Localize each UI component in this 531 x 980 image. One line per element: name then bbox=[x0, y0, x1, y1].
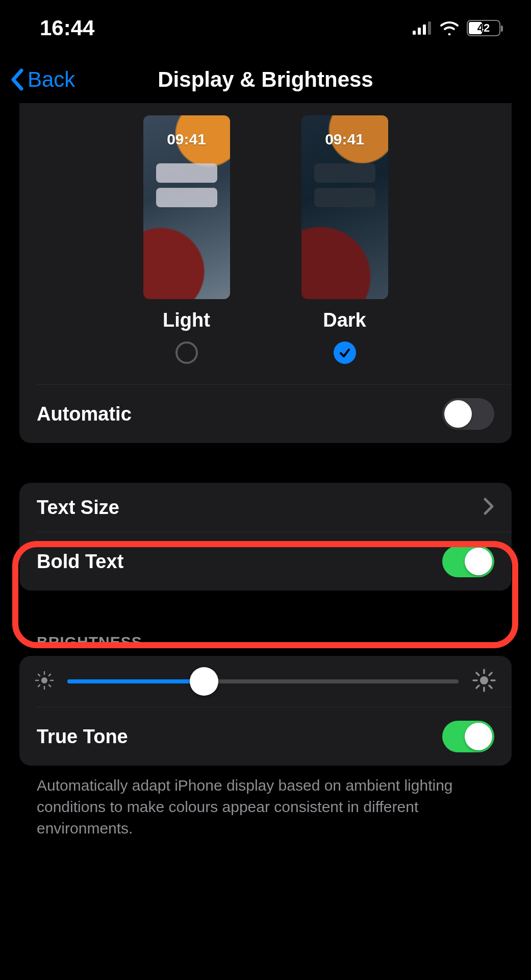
dark-preview: 09:41 bbox=[301, 115, 388, 299]
true-tone-toggle[interactable] bbox=[442, 721, 494, 752]
dark-radio[interactable] bbox=[334, 341, 356, 364]
svg-rect-2 bbox=[423, 24, 426, 35]
true-tone-row[interactable]: True Tone bbox=[19, 707, 512, 766]
appearance-options: 09:41 Light 09:41 bbox=[19, 103, 512, 384]
light-widgets bbox=[156, 163, 217, 207]
back-label: Back bbox=[28, 67, 75, 92]
svg-point-4 bbox=[41, 677, 47, 683]
svg-line-18 bbox=[476, 673, 479, 675]
svg-line-10 bbox=[49, 685, 50, 687]
svg-point-13 bbox=[480, 676, 488, 684]
appearance-option-light[interactable]: 09:41 Light bbox=[143, 115, 230, 364]
automatic-row[interactable]: Automatic bbox=[19, 385, 512, 443]
svg-line-9 bbox=[38, 674, 40, 676]
svg-line-19 bbox=[489, 685, 492, 688]
brightness-card: True Tone bbox=[19, 656, 512, 766]
text-size-row[interactable]: Text Size bbox=[19, 483, 512, 532]
svg-line-11 bbox=[49, 674, 50, 676]
chevron-right-icon bbox=[483, 497, 494, 518]
appearance-card: 09:41 Light 09:41 bbox=[19, 103, 512, 443]
chevron-left-icon bbox=[9, 68, 24, 91]
dark-widgets bbox=[314, 163, 375, 207]
status-indicators: 42 bbox=[413, 20, 500, 36]
battery-icon: 42 bbox=[467, 20, 500, 36]
text-size-label: Text Size bbox=[37, 497, 119, 519]
svg-line-20 bbox=[489, 673, 492, 675]
bold-text-toggle[interactable] bbox=[442, 546, 494, 577]
svg-line-12 bbox=[38, 685, 40, 687]
true-tone-label: True Tone bbox=[37, 726, 128, 748]
status-bar: 16:44 42 bbox=[0, 0, 531, 56]
svg-rect-0 bbox=[413, 31, 416, 35]
preview-time: 09:41 bbox=[167, 131, 206, 148]
light-label: Light bbox=[163, 309, 210, 331]
brightness-slider-row bbox=[19, 656, 512, 707]
sun-small-icon bbox=[35, 671, 54, 692]
bold-text-row[interactable]: Bold Text bbox=[19, 532, 512, 591]
bold-text-label: Bold Text bbox=[37, 551, 123, 573]
true-tone-footer: Automatically adapt iPhone display based… bbox=[19, 766, 512, 839]
page-title: Display & Brightness bbox=[158, 67, 373, 92]
dark-label: Dark bbox=[323, 309, 366, 331]
automatic-toggle[interactable] bbox=[442, 398, 494, 430]
slider-thumb[interactable] bbox=[190, 667, 218, 696]
cellular-icon bbox=[413, 21, 432, 35]
light-radio[interactable] bbox=[175, 341, 198, 364]
battery-percent: 42 bbox=[477, 21, 490, 35]
text-card: Text Size Bold Text bbox=[19, 483, 512, 591]
light-preview: 09:41 bbox=[143, 115, 230, 299]
brightness-header: BRIGHTNESS bbox=[19, 623, 512, 656]
appearance-option-dark[interactable]: 09:41 Dark bbox=[301, 115, 388, 364]
preview-time: 09:41 bbox=[325, 131, 364, 148]
sun-large-icon bbox=[472, 668, 496, 695]
nav-bar: Back Display & Brightness bbox=[0, 56, 531, 103]
automatic-label: Automatic bbox=[37, 403, 132, 425]
status-time: 16:44 bbox=[40, 16, 94, 40]
svg-rect-3 bbox=[428, 21, 431, 35]
svg-line-21 bbox=[476, 685, 479, 688]
svg-rect-1 bbox=[418, 28, 421, 35]
wifi-icon bbox=[439, 21, 460, 35]
back-button[interactable]: Back bbox=[9, 67, 75, 92]
brightness-slider[interactable] bbox=[67, 679, 459, 683]
